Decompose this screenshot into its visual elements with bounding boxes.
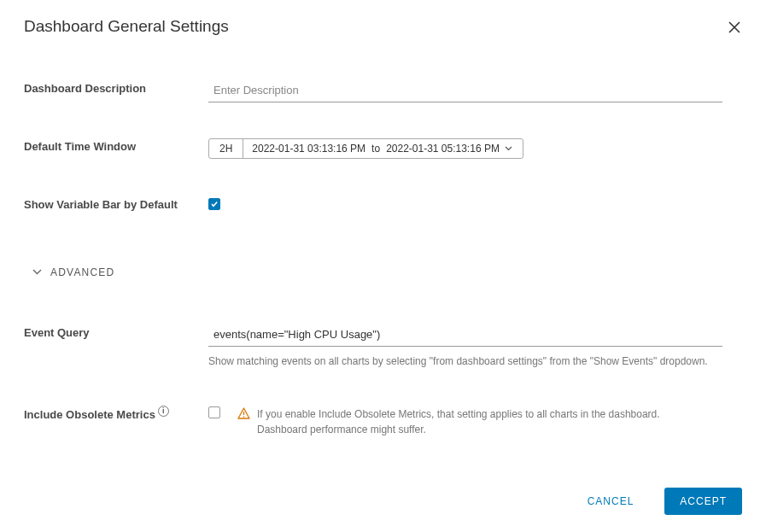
advanced-label: Advanced	[50, 266, 114, 278]
time-window-control: 2H 2022-01-31 03:13:16 PM to 2022-01-31 …	[208, 138, 523, 159]
obsolete-note-text: If you enable Include Obsolete Metrics, …	[257, 406, 699, 437]
time-preset-button[interactable]: 2H	[209, 139, 243, 158]
svg-point-1	[243, 416, 245, 418]
time-window-label: Default Time Window	[24, 138, 208, 153]
chevron-down-icon	[32, 269, 42, 275]
info-icon[interactable]: i	[158, 406, 169, 417]
close-icon[interactable]	[727, 17, 742, 38]
description-input[interactable]	[208, 80, 722, 102]
event-query-help: Show matching events on all charts by se…	[208, 354, 721, 369]
obsolete-label-wrap: Include Obsolete Metrics i	[24, 406, 208, 421]
warning-icon	[237, 407, 250, 424]
obsolete-label: Include Obsolete Metrics	[24, 408, 155, 421]
time-to-word: to	[371, 143, 380, 155]
advanced-toggle[interactable]: Advanced	[32, 266, 114, 278]
time-from: 2022-01-31 03:13:16 PM	[252, 143, 365, 155]
accept-button[interactable]: Accept	[664, 488, 742, 515]
variable-bar-label: Show Variable Bar by Default	[24, 196, 208, 211]
event-query-input[interactable]	[208, 324, 722, 347]
event-query-label: Event Query	[24, 324, 208, 339]
time-to: 2022-01-31 05:13:16 PM	[386, 143, 500, 155]
variable-bar-checkbox[interactable]	[208, 198, 220, 210]
obsolete-checkbox[interactable]	[208, 406, 220, 418]
dialog-title: Dashboard General Settings	[24, 17, 229, 36]
description-label: Dashboard Description	[24, 80, 208, 95]
cancel-button[interactable]: Cancel	[572, 488, 650, 515]
chevron-down-icon	[505, 146, 512, 151]
time-range-picker[interactable]: 2022-01-31 03:13:16 PM to 2022-01-31 05:…	[243, 139, 523, 158]
